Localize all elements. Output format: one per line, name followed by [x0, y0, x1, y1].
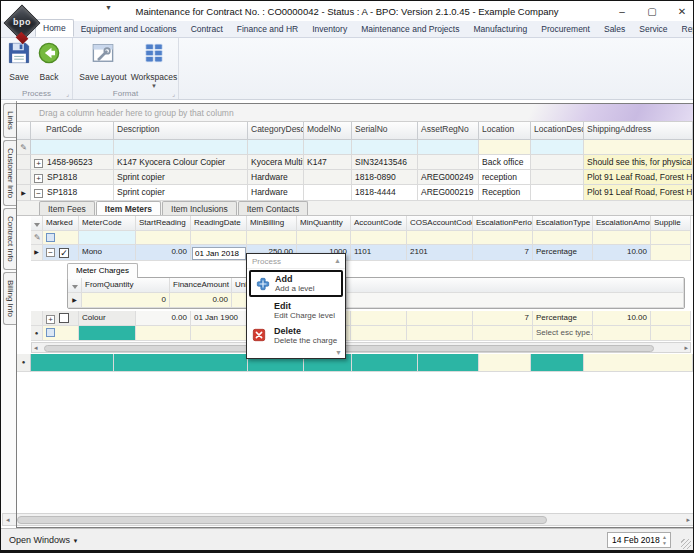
filter-locationdesc[interactable]	[531, 140, 584, 155]
tab-item-inclusions[interactable]: Item Inclusions	[162, 201, 237, 215]
group-by-bar[interactable]: Drag a column header here to group by th…	[17, 104, 693, 122]
filter-modelno[interactable]	[304, 140, 352, 155]
grid-horizontal-scrollbar[interactable]: ◂ ▸	[2, 513, 694, 526]
cell-startreading[interactable]: 0.00	[136, 311, 191, 326]
new-locationdesc-required-cell[interactable]	[531, 354, 584, 372]
filter-serialno[interactable]	[352, 140, 418, 155]
cell-serialno[interactable]: 1818-4444	[352, 185, 418, 201]
cell-assetregno[interactable]: AREG000219	[418, 185, 479, 201]
tab-item-contacts[interactable]: Item Contacts	[238, 201, 308, 215]
cell-cosaccountcode[interactable]	[407, 311, 473, 326]
new-serialno-required-cell[interactable]	[352, 354, 418, 372]
new-description-required-cell[interactable]	[114, 354, 248, 372]
column-header-accountcode[interactable]: AccountCode	[351, 216, 407, 231]
filter-funnel-icon[interactable]	[72, 285, 78, 289]
cell-categorydesc[interactable]: Hardware	[248, 185, 304, 201]
column-header-escalationtype[interactable]: EscalationType	[533, 216, 593, 231]
column-header-serialno[interactable]: SerialNo	[352, 122, 418, 140]
cell-financeamount[interactable]: 0.00	[170, 293, 232, 308]
cell-accountcode[interactable]	[351, 311, 407, 326]
format-dialog-launcher-icon[interactable]: ⌟	[172, 90, 175, 97]
cell-locationdesc[interactable]	[531, 185, 584, 201]
cell-escalationamount[interactable]: 10.00	[593, 311, 651, 326]
cell-description[interactable]: K147 Kyocera Colour Copier	[114, 155, 248, 170]
new-readingdate-cell[interactable]	[191, 326, 247, 341]
reading-date-editor[interactable]: 01 Jan 2018	[192, 247, 246, 260]
cell-metercode[interactable]: Mono	[79, 245, 136, 261]
filter-startreading[interactable]	[136, 231, 191, 245]
cell-shippingaddress[interactable]: Plot 91 Leaf Road, Forest Hills,	[584, 185, 693, 201]
cell-shippingaddress[interactable]: Should see this, for physical ad	[584, 155, 693, 170]
cell-startreading[interactable]: 0.00	[136, 245, 191, 261]
column-header-metercode[interactable]: MeterCode	[79, 216, 136, 231]
column-header-supplier[interactable]: Supplie	[651, 216, 691, 231]
cell-readingdate[interactable]: 01 Jan 1900	[191, 311, 247, 326]
column-header-readingdate[interactable]: ReadingDate	[191, 216, 247, 231]
column-header-location[interactable]: Location	[479, 122, 531, 140]
ribbon-tab-reporting[interactable]: Reporting	[675, 21, 694, 37]
scroll-right-icon[interactable]: ▸	[684, 344, 688, 352]
column-header-description[interactable]: Description	[114, 122, 248, 140]
column-header-cosaccountcode[interactable]: COSAccountCode	[407, 216, 473, 231]
tab-meter-charges[interactable]: Meter Charges	[67, 263, 138, 278]
ribbon-tab-service[interactable]: Service	[632, 21, 674, 37]
cell-modelno[interactable]: K147	[304, 155, 352, 170]
side-tab-customer-info[interactable]: Customer Info	[3, 140, 16, 206]
side-tab-links[interactable]: Links	[3, 103, 16, 138]
process-dialog-launcher-icon[interactable]: ⌟	[66, 90, 69, 97]
filter-readingdate[interactable]	[191, 231, 247, 245]
filter-supplier[interactable]	[651, 231, 691, 245]
scrollbar-thumb[interactable]	[44, 345, 654, 352]
cell-assetregno[interactable]: AREG000249	[418, 170, 479, 185]
cell-metercode[interactable]: Colour	[79, 311, 136, 326]
cell-accountcode[interactable]: 1101	[351, 245, 407, 261]
new-location-cell[interactable]	[479, 354, 531, 372]
filter-escalationtype[interactable]	[533, 231, 593, 245]
tab-item-meters[interactable]: Item Meters	[96, 201, 161, 215]
cell-assetregno[interactable]	[418, 155, 479, 170]
expand-icon[interactable]: +	[34, 159, 43, 168]
cell-categorydesc[interactable]: Kyocera Multif...	[248, 155, 304, 170]
ribbon-tab-inventory[interactable]: Inventory	[305, 21, 354, 37]
cell-modelno[interactable]	[304, 185, 352, 201]
cell-escalationamount[interactable]: 10.00	[593, 245, 651, 261]
scroll-left-icon[interactable]: ◂	[6, 516, 10, 524]
filter-description[interactable]	[114, 140, 248, 155]
filter-funnel-icon[interactable]	[34, 223, 40, 227]
ribbon-tab-manufacturing[interactable]: Manufacturing	[466, 21, 534, 37]
column-header-locationdesc[interactable]: LocationDesc	[531, 122, 584, 140]
new-escalationperiod-cell[interactable]	[473, 326, 533, 341]
menu-collapse-icon[interactable]: ▲	[334, 257, 341, 264]
column-header-fromquantity[interactable]: FromQuantity	[82, 278, 170, 293]
scrollbar-thumb[interactable]	[17, 516, 547, 524]
new-escalationamount-cell[interactable]	[593, 326, 651, 341]
filter-location[interactable]	[479, 140, 531, 155]
marked-checkbox-unchecked[interactable]	[59, 313, 69, 323]
workspaces-button[interactable]: Workspaces ▼	[129, 42, 179, 89]
save-layout-button[interactable]: Save Layout	[77, 42, 129, 84]
cell-location[interactable]: Back office	[479, 155, 531, 170]
cell-cosaccountcode[interactable]: 2101	[407, 245, 473, 261]
filter-minquantity[interactable]	[297, 231, 351, 245]
cell-shippingaddress[interactable]: Plot 91 Leaf Road, Forest Hills,	[584, 170, 693, 185]
ribbon-tab-contract[interactable]: Contract	[184, 21, 230, 37]
ribbon-tab-equipment-and-locations[interactable]: Equipment and Locations	[74, 21, 184, 37]
cell-serialno[interactable]: SIN32413546	[352, 155, 418, 170]
new-accountcode-cell[interactable]	[351, 326, 407, 341]
column-header-modelno[interactable]: ModelNo	[304, 122, 352, 140]
filter-categorydesc[interactable]	[248, 140, 304, 155]
tab-item-fees[interactable]: Item Fees	[39, 201, 95, 215]
column-header-minquantity[interactable]: MinQuantity	[297, 216, 351, 231]
side-tab-contract-info[interactable]: Contract Info	[3, 208, 16, 270]
cell-categorydesc[interactable]: Hardware	[248, 170, 304, 185]
cell-fromquantity[interactable]: 0	[82, 293, 170, 308]
expand-icon[interactable]: +	[46, 315, 55, 324]
new-escalationtype-cell[interactable]: Select esc type...	[533, 326, 593, 341]
column-header-minbilling[interactable]: MinBilling	[247, 216, 297, 231]
cell-escalationperiod[interactable]: 7	[473, 311, 533, 326]
open-windows-button[interactable]: Open Windows ▼	[9, 535, 79, 545]
cell-locationdesc[interactable]	[531, 170, 584, 185]
new-supplier-cell[interactable]	[651, 326, 691, 341]
date-spinner[interactable]: ▲▼	[660, 534, 669, 546]
cell-serialno[interactable]: 1818-0890	[352, 170, 418, 185]
